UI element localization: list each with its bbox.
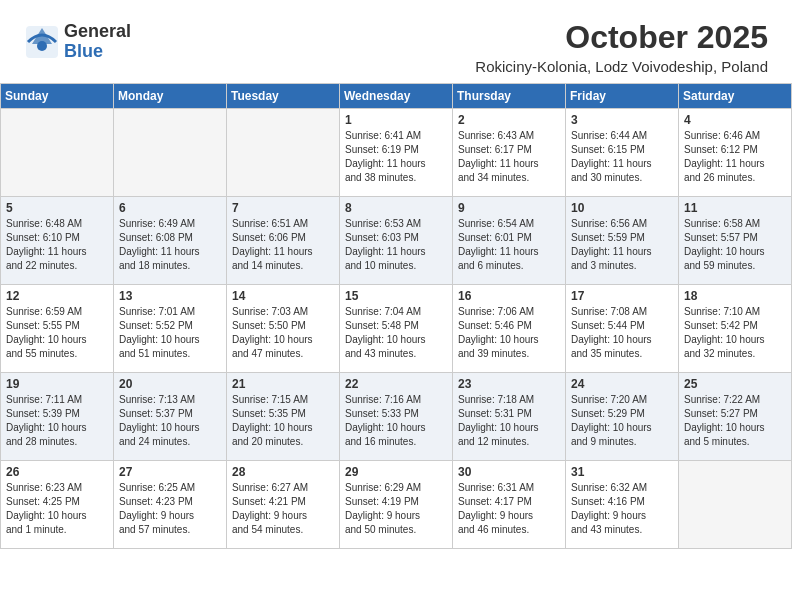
day-info: Sunrise: 6:41 AM Sunset: 6:19 PM Dayligh… [345, 129, 447, 185]
calendar-day-cell: 22Sunrise: 7:16 AM Sunset: 5:33 PM Dayli… [340, 373, 453, 461]
day-number: 14 [232, 289, 334, 303]
calendar-day-cell [1, 109, 114, 197]
calendar-day-cell: 20Sunrise: 7:13 AM Sunset: 5:37 PM Dayli… [114, 373, 227, 461]
weekday-header: Thursday [453, 84, 566, 109]
day-info: Sunrise: 7:01 AM Sunset: 5:52 PM Dayligh… [119, 305, 221, 361]
calendar-day-cell: 12Sunrise: 6:59 AM Sunset: 5:55 PM Dayli… [1, 285, 114, 373]
day-number: 13 [119, 289, 221, 303]
day-info: Sunrise: 7:15 AM Sunset: 5:35 PM Dayligh… [232, 393, 334, 449]
day-info: Sunrise: 7:13 AM Sunset: 5:37 PM Dayligh… [119, 393, 221, 449]
calendar-day-cell: 27Sunrise: 6:25 AM Sunset: 4:23 PM Dayli… [114, 461, 227, 549]
day-number: 8 [345, 201, 447, 215]
calendar-day-cell: 1Sunrise: 6:41 AM Sunset: 6:19 PM Daylig… [340, 109, 453, 197]
calendar-week-row: 12Sunrise: 6:59 AM Sunset: 5:55 PM Dayli… [1, 285, 792, 373]
day-number: 23 [458, 377, 560, 391]
day-info: Sunrise: 7:20 AM Sunset: 5:29 PM Dayligh… [571, 393, 673, 449]
day-number: 18 [684, 289, 786, 303]
calendar-day-cell: 2Sunrise: 6:43 AM Sunset: 6:17 PM Daylig… [453, 109, 566, 197]
logo-blue-text: Blue [64, 42, 131, 62]
day-number: 12 [6, 289, 108, 303]
day-number: 16 [458, 289, 560, 303]
logo-general-text: General [64, 22, 131, 42]
calendar-day-cell: 31Sunrise: 6:32 AM Sunset: 4:16 PM Dayli… [566, 461, 679, 549]
day-number: 3 [571, 113, 673, 127]
day-info: Sunrise: 6:48 AM Sunset: 6:10 PM Dayligh… [6, 217, 108, 273]
day-info: Sunrise: 6:44 AM Sunset: 6:15 PM Dayligh… [571, 129, 673, 185]
day-info: Sunrise: 7:16 AM Sunset: 5:33 PM Dayligh… [345, 393, 447, 449]
month-title: October 2025 [475, 18, 768, 56]
calendar-day-cell: 5Sunrise: 6:48 AM Sunset: 6:10 PM Daylig… [1, 197, 114, 285]
day-number: 5 [6, 201, 108, 215]
day-info: Sunrise: 6:54 AM Sunset: 6:01 PM Dayligh… [458, 217, 560, 273]
day-info: Sunrise: 7:06 AM Sunset: 5:46 PM Dayligh… [458, 305, 560, 361]
day-info: Sunrise: 6:25 AM Sunset: 4:23 PM Dayligh… [119, 481, 221, 537]
day-info: Sunrise: 7:22 AM Sunset: 5:27 PM Dayligh… [684, 393, 786, 449]
calendar-day-cell: 10Sunrise: 6:56 AM Sunset: 5:59 PM Dayli… [566, 197, 679, 285]
calendar-day-cell: 26Sunrise: 6:23 AM Sunset: 4:25 PM Dayli… [1, 461, 114, 549]
day-number: 1 [345, 113, 447, 127]
calendar-day-cell: 24Sunrise: 7:20 AM Sunset: 5:29 PM Dayli… [566, 373, 679, 461]
header: General Blue October 2025 Rokiciny-Kolon… [0, 0, 792, 83]
calendar-day-cell: 13Sunrise: 7:01 AM Sunset: 5:52 PM Dayli… [114, 285, 227, 373]
weekday-header: Monday [114, 84, 227, 109]
day-number: 7 [232, 201, 334, 215]
logo-icon [24, 24, 60, 60]
calendar-day-cell: 28Sunrise: 6:27 AM Sunset: 4:21 PM Dayli… [227, 461, 340, 549]
calendar-day-cell: 15Sunrise: 7:04 AM Sunset: 5:48 PM Dayli… [340, 285, 453, 373]
calendar-week-row: 1Sunrise: 6:41 AM Sunset: 6:19 PM Daylig… [1, 109, 792, 197]
weekday-header: Tuesday [227, 84, 340, 109]
calendar-day-cell: 11Sunrise: 6:58 AM Sunset: 5:57 PM Dayli… [679, 197, 792, 285]
day-info: Sunrise: 6:51 AM Sunset: 6:06 PM Dayligh… [232, 217, 334, 273]
day-info: Sunrise: 6:32 AM Sunset: 4:16 PM Dayligh… [571, 481, 673, 537]
day-info: Sunrise: 6:59 AM Sunset: 5:55 PM Dayligh… [6, 305, 108, 361]
calendar-header-row: SundayMondayTuesdayWednesdayThursdayFrid… [1, 84, 792, 109]
day-info: Sunrise: 6:31 AM Sunset: 4:17 PM Dayligh… [458, 481, 560, 537]
calendar-day-cell: 19Sunrise: 7:11 AM Sunset: 5:39 PM Dayli… [1, 373, 114, 461]
day-info: Sunrise: 6:27 AM Sunset: 4:21 PM Dayligh… [232, 481, 334, 537]
calendar-day-cell: 8Sunrise: 6:53 AM Sunset: 6:03 PM Daylig… [340, 197, 453, 285]
day-number: 10 [571, 201, 673, 215]
day-info: Sunrise: 7:10 AM Sunset: 5:42 PM Dayligh… [684, 305, 786, 361]
day-number: 2 [458, 113, 560, 127]
location-title: Rokiciny-Kolonia, Lodz Voivodeship, Pola… [475, 58, 768, 75]
day-info: Sunrise: 6:46 AM Sunset: 6:12 PM Dayligh… [684, 129, 786, 185]
calendar: SundayMondayTuesdayWednesdayThursdayFrid… [0, 83, 792, 549]
day-info: Sunrise: 6:23 AM Sunset: 4:25 PM Dayligh… [6, 481, 108, 537]
weekday-header: Sunday [1, 84, 114, 109]
calendar-day-cell: 14Sunrise: 7:03 AM Sunset: 5:50 PM Dayli… [227, 285, 340, 373]
calendar-day-cell [227, 109, 340, 197]
calendar-day-cell: 6Sunrise: 6:49 AM Sunset: 6:08 PM Daylig… [114, 197, 227, 285]
calendar-week-row: 5Sunrise: 6:48 AM Sunset: 6:10 PM Daylig… [1, 197, 792, 285]
calendar-week-row: 26Sunrise: 6:23 AM Sunset: 4:25 PM Dayli… [1, 461, 792, 549]
day-number: 19 [6, 377, 108, 391]
calendar-day-cell: 7Sunrise: 6:51 AM Sunset: 6:06 PM Daylig… [227, 197, 340, 285]
calendar-day-cell: 23Sunrise: 7:18 AM Sunset: 5:31 PM Dayli… [453, 373, 566, 461]
day-info: Sunrise: 6:49 AM Sunset: 6:08 PM Dayligh… [119, 217, 221, 273]
day-number: 21 [232, 377, 334, 391]
day-info: Sunrise: 6:53 AM Sunset: 6:03 PM Dayligh… [345, 217, 447, 273]
day-number: 24 [571, 377, 673, 391]
calendar-day-cell: 16Sunrise: 7:06 AM Sunset: 5:46 PM Dayli… [453, 285, 566, 373]
day-number: 29 [345, 465, 447, 479]
day-number: 25 [684, 377, 786, 391]
day-info: Sunrise: 7:03 AM Sunset: 5:50 PM Dayligh… [232, 305, 334, 361]
day-number: 31 [571, 465, 673, 479]
calendar-day-cell: 21Sunrise: 7:15 AM Sunset: 5:35 PM Dayli… [227, 373, 340, 461]
calendar-day-cell: 18Sunrise: 7:10 AM Sunset: 5:42 PM Dayli… [679, 285, 792, 373]
calendar-day-cell [679, 461, 792, 549]
day-number: 9 [458, 201, 560, 215]
calendar-week-row: 19Sunrise: 7:11 AM Sunset: 5:39 PM Dayli… [1, 373, 792, 461]
weekday-header: Wednesday [340, 84, 453, 109]
weekday-header: Saturday [679, 84, 792, 109]
day-number: 4 [684, 113, 786, 127]
day-number: 22 [345, 377, 447, 391]
day-info: Sunrise: 7:11 AM Sunset: 5:39 PM Dayligh… [6, 393, 108, 449]
calendar-day-cell: 25Sunrise: 7:22 AM Sunset: 5:27 PM Dayli… [679, 373, 792, 461]
day-info: Sunrise: 7:08 AM Sunset: 5:44 PM Dayligh… [571, 305, 673, 361]
calendar-day-cell: 29Sunrise: 6:29 AM Sunset: 4:19 PM Dayli… [340, 461, 453, 549]
day-number: 30 [458, 465, 560, 479]
day-info: Sunrise: 6:56 AM Sunset: 5:59 PM Dayligh… [571, 217, 673, 273]
calendar-day-cell: 30Sunrise: 6:31 AM Sunset: 4:17 PM Dayli… [453, 461, 566, 549]
weekday-header: Friday [566, 84, 679, 109]
calendar-day-cell: 4Sunrise: 6:46 AM Sunset: 6:12 PM Daylig… [679, 109, 792, 197]
